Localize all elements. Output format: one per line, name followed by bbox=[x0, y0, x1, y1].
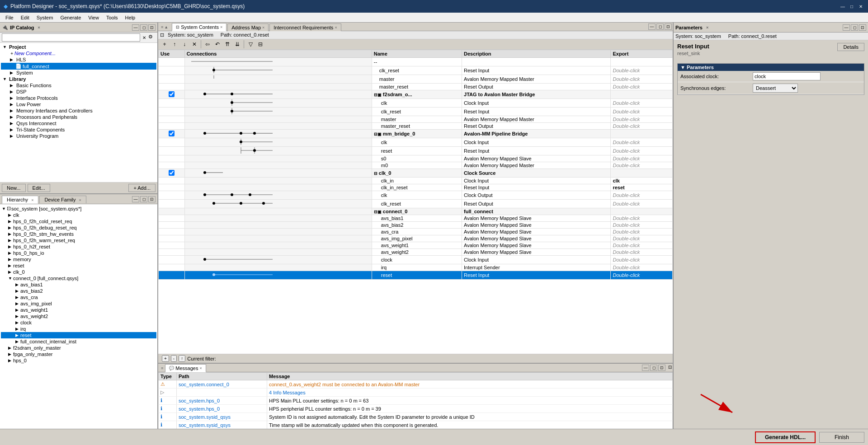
params-tab-close[interactable]: × bbox=[706, 25, 708, 30]
interconnect-tab-close[interactable]: × bbox=[335, 25, 337, 30]
hier-reset[interactable]: ▶ reset bbox=[1, 262, 156, 269]
library-expand-icon[interactable]: ▼ bbox=[3, 77, 8, 81]
center-restore-btn[interactable]: ◻ bbox=[656, 23, 664, 30]
params-restore-btn[interactable]: ◻ bbox=[851, 24, 858, 31]
export-cell[interactable]: Double-click bbox=[611, 215, 673, 222]
msg-row[interactable]: ℹ soc_system.hps_0 HPS Main PLL counter … bbox=[159, 397, 673, 405]
export-cell[interactable]: Double-click bbox=[611, 108, 673, 116]
memory-interfaces-item[interactable]: ▶ Memory Interfaces and Controllers bbox=[1, 108, 156, 114]
export-cell[interactable]: Double-click bbox=[611, 264, 673, 271]
hier-avs-weight2[interactable]: ▶ avs_weight2 bbox=[1, 313, 156, 319]
table-row[interactable]: reset Reset Input Double-click bbox=[159, 147, 673, 155]
hier-avs-bias2[interactable]: ▶ avs_bias2 bbox=[1, 288, 156, 294]
export-cell[interactable]: Double-click bbox=[611, 200, 673, 208]
export-cell[interactable]: Double-click bbox=[611, 229, 673, 235]
table-row[interactable]: clk_reset Reset Input Double-click bbox=[159, 108, 673, 116]
table-row[interactable]: ⊟▣ mm_bridge_0 Avalon-MM Pipeline Bridge bbox=[159, 130, 673, 138]
params-min-btn[interactable]: — bbox=[843, 24, 850, 31]
hier-clk[interactable]: ▶ clk bbox=[1, 212, 156, 218]
toolbar-add-btn[interactable]: + bbox=[160, 40, 169, 49]
table-row[interactable]: clk_reset Reset Input Double-click bbox=[159, 66, 673, 75]
tab-device-family-close[interactable]: × bbox=[79, 198, 81, 202]
export-cell[interactable]: Double-click bbox=[611, 84, 673, 90]
export-cell[interactable]: Double-click bbox=[611, 235, 673, 242]
export-cell[interactable]: Double-click bbox=[611, 256, 673, 264]
university-program-item[interactable]: ▶ University Program bbox=[1, 133, 156, 139]
toolbar-top-btn[interactable]: ⇈ bbox=[223, 40, 232, 49]
messages-min-btn[interactable]: — bbox=[642, 365, 649, 371]
export-cell[interactable]: Double-click bbox=[611, 222, 673, 229]
params-max-btn[interactable]: ⊡ bbox=[859, 24, 866, 31]
tab-messages[interactable]: 💬 Messages × bbox=[165, 364, 206, 372]
menu-edit[interactable]: Edit bbox=[17, 13, 33, 23]
msg-row[interactable]: ▷ 4 Info Messages bbox=[159, 389, 673, 397]
project-expand-icon[interactable]: ▼ bbox=[3, 45, 8, 49]
hier-hps-io[interactable]: ▶ hps_0_hps_io bbox=[1, 250, 156, 256]
hier-soc-system[interactable]: ▼ ⊡ soc_system [soc_system.qsys*] bbox=[1, 205, 156, 212]
table-row-selected[interactable]: reset Reset Input Double-click bbox=[159, 271, 673, 280]
low-power-item[interactable]: ▶ Low Power bbox=[1, 101, 156, 108]
export-cell[interactable]: Double-click bbox=[611, 162, 673, 169]
export-cell[interactable]: Double-click bbox=[611, 249, 673, 256]
edit-btn[interactable]: Edit... bbox=[28, 184, 50, 192]
export-cell[interactable]: Double-click bbox=[611, 123, 673, 130]
messages-restore-btn[interactable]: ◻ bbox=[650, 365, 657, 371]
tri-state-item[interactable]: ▶ Tri-State Components bbox=[1, 126, 156, 133]
hier-hps0[interactable]: ▶ hps_0 bbox=[1, 357, 156, 364]
menu-file[interactable]: File bbox=[2, 13, 17, 23]
hier-avs-img[interactable]: ▶ avs_img_pixel bbox=[1, 300, 156, 307]
hier-f2sdram[interactable]: ▶ f2sdram_only_master bbox=[1, 345, 156, 351]
hier-irq[interactable]: ▶ irq bbox=[1, 326, 156, 332]
table-row[interactable]: avs_cra Avalon Memory Mapped Slave Doubl… bbox=[159, 229, 673, 235]
soc-system-expand[interactable]: ▼ bbox=[2, 206, 6, 211]
messages-extra-btn[interactable]: ⊡ bbox=[668, 365, 672, 371]
expand-icon[interactable]: ▷ bbox=[160, 389, 164, 395]
close-btn[interactable]: ✕ bbox=[857, 3, 864, 10]
ip-catalog-max-btn[interactable]: ⊡ bbox=[148, 24, 156, 31]
export-cell[interactable]: Double-click bbox=[611, 271, 673, 280]
hls-expand-icon[interactable]: ▶ bbox=[10, 57, 15, 62]
hierarchy-min-btn[interactable]: — bbox=[132, 196, 139, 202]
hier-memory[interactable]: ▶ memory bbox=[1, 256, 156, 262]
table-row[interactable]: avs_weight1 Avalon Memory Mapped Slave D… bbox=[159, 242, 673, 249]
tab-address-map[interactable]: Address Map × bbox=[227, 23, 269, 31]
table-row[interactable]: -- bbox=[159, 58, 673, 66]
tab-device-family[interactable]: Device Family × bbox=[39, 196, 86, 203]
table-row[interactable]: master Avalon Memory Mapped Master Doubl… bbox=[159, 75, 673, 84]
toolbar-left-btn[interactable]: ⇦ bbox=[203, 40, 212, 49]
address-map-tab-close[interactable]: × bbox=[262, 25, 264, 30]
table-row[interactable]: avs_img_pixel Avalon Memory Mapped Slave… bbox=[159, 235, 673, 242]
table-row[interactable]: avs_weight2 Avalon Memory Mapped Slave D… bbox=[159, 249, 673, 256]
tab-system-contents[interactable]: ⊡ System Contents × bbox=[172, 23, 226, 31]
msg-row[interactable]: ℹ soc_system.sysid_qsys Time stamp will … bbox=[159, 421, 673, 429]
export-cell[interactable]: Double-click bbox=[611, 147, 673, 155]
export-cell[interactable]: Double-click bbox=[611, 242, 673, 249]
table-row[interactable]: ⊟▣ f2sdram_o... JTAG to Avalon Master Br… bbox=[159, 90, 673, 99]
center-max-btn[interactable]: ⊡ bbox=[665, 23, 672, 30]
table-row[interactable]: master Avalon Memory Mapped Master Doubl… bbox=[159, 116, 673, 123]
processors-item[interactable]: ▶ Processors and Peripherals bbox=[1, 114, 156, 120]
menu-system[interactable]: System bbox=[33, 13, 57, 23]
messages-max-btn[interactable]: ⊡ bbox=[658, 365, 665, 371]
ip-catalog-min-btn[interactable]: — bbox=[132, 24, 139, 31]
menu-generate[interactable]: Generate bbox=[57, 13, 85, 23]
table-row[interactable]: avs_bias1 Avalon Memory Mapped Slave Dou… bbox=[159, 215, 673, 222]
minimize-btn[interactable]: — bbox=[839, 3, 846, 10]
use-checkbox[interactable] bbox=[169, 170, 175, 176]
table-row[interactable]: irq Interrupt Sender Double-click bbox=[159, 264, 673, 271]
export-cell[interactable]: Double-click bbox=[611, 155, 673, 162]
export-cell[interactable]: Double-click bbox=[611, 191, 673, 200]
menu-tools[interactable]: Tools bbox=[103, 13, 122, 23]
toolbar-remove-btn[interactable]: ✕ bbox=[190, 40, 199, 49]
hls-item[interactable]: ▶ HLS bbox=[1, 56, 156, 63]
hier-hps-warm[interactable]: ▶ hps_0_f2h_warm_reset_req bbox=[1, 237, 156, 244]
hier-connect0[interactable]: ▼ connect_0 [full_connect.qsys] bbox=[1, 275, 156, 281]
search-settings-btn[interactable]: ⚙ bbox=[148, 34, 156, 41]
table-row[interactable]: ⊟▣ connect_0 full_connect bbox=[159, 208, 673, 215]
full-connect-item[interactable]: 📄 full_connect bbox=[1, 63, 156, 70]
hier-reset-selected[interactable]: ▶ reset bbox=[1, 332, 156, 338]
hier-avs-weight1[interactable]: ▶ avs_weight1 bbox=[1, 307, 156, 313]
table-row[interactable]: avs_bias2 Avalon Memory Mapped Slave Dou… bbox=[159, 222, 673, 229]
system-contents-tab-close[interactable]: × bbox=[220, 25, 222, 29]
filter-up-btn[interactable]: ↑ bbox=[179, 355, 185, 362]
